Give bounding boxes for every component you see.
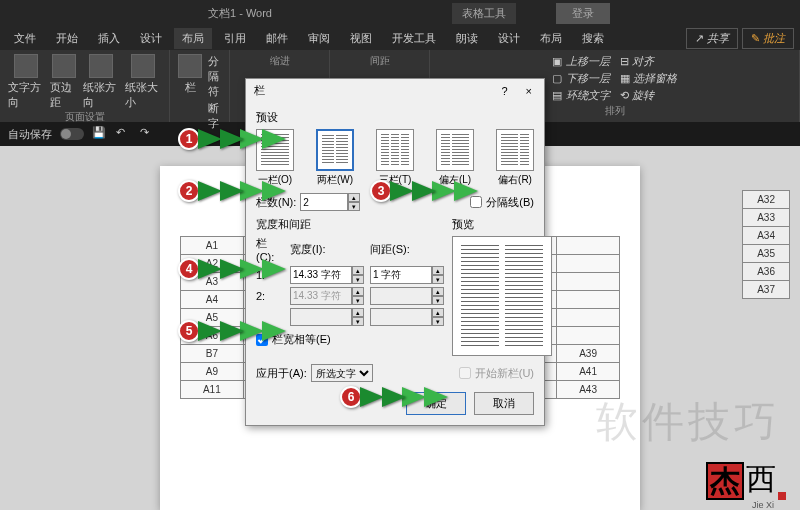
send-backward-button[interactable]: ▢ 下移一层 [552,71,609,86]
cancel-button[interactable]: 取消 [474,392,534,415]
tab-table-layout[interactable]: 布局 [532,28,570,49]
dialog-title: 栏 [254,83,265,98]
preset-left[interactable]: 偏左(L) [436,129,474,187]
tab-developer[interactable]: 开发工具 [384,28,444,49]
annotation-5: 5 [178,320,244,342]
tab-references[interactable]: 引用 [216,28,254,49]
bring-forward-button[interactable]: ▣ 上移一层 [552,54,609,69]
group-page-setup: 页面设置 [65,110,105,124]
ribbon-tabs: 文件 开始 插入 设计 布局 引用 邮件 审阅 视图 开发工具 朗读 设计 布局… [0,26,800,50]
tab-design[interactable]: 设计 [132,28,170,49]
autosave-toggle[interactable] [60,128,84,140]
width-spacing-label: 宽度和间距 [256,217,444,232]
group-spacing: 间距 [370,54,390,68]
tab-home[interactable]: 开始 [48,28,86,49]
selection-pane-button[interactable]: ▦ 选择窗格 [620,71,677,86]
num-columns-spinner[interactable]: ▴▾ [300,193,360,211]
hyphenation-button[interactable]: 断字 [208,101,221,131]
preview-label: 预览 [452,217,552,232]
tab-review[interactable]: 审阅 [300,28,338,49]
preset-right[interactable]: 偏右(R) [496,129,534,187]
presets-row: 一栏(O) 两栏(W) 三栏(T) 偏左(L) 偏右(R) [256,129,534,187]
preset-two[interactable]: 两栏(W) [316,129,354,187]
redo-icon[interactable]: ↷ [140,126,156,142]
group-indent: 缩进 [270,54,290,68]
align-button[interactable]: ⊟ 对齐 [620,54,677,69]
table-right-column: A32 A33 A34 A35 A36 A37 [742,190,790,299]
orientation-button[interactable]: 纸张方向 [83,54,119,110]
tab-search[interactable]: 搜索 [574,28,612,49]
paper-size-button[interactable]: 纸张大小 [125,54,161,110]
dialog-titlebar[interactable]: 栏 ? × [246,79,544,102]
col1-spacing-input[interactable] [370,266,432,284]
tab-read-aloud[interactable]: 朗读 [448,28,486,49]
group-arrange: 排列 [605,104,625,118]
spin-down-icon[interactable]: ▾ [348,202,360,211]
tab-insert[interactable]: 插入 [90,28,128,49]
spacing-header: 间距(S): [370,242,444,257]
title-bar: 文档1 - Word 表格工具 登录 [0,0,800,26]
num-columns-input[interactable] [300,193,348,211]
preset-three[interactable]: 三栏(T) [376,129,414,187]
logo: 杰 西 [706,459,786,500]
logo-subtitle: Jie Xi [752,500,774,510]
document-title: 文档1 - Word [208,6,272,21]
save-icon[interactable]: 💾 [92,126,108,142]
wrap-text-button[interactable]: ▤ 环绕文字 [552,88,609,103]
col2-width-input [290,287,352,305]
login-button[interactable]: 登录 [556,3,610,24]
undo-icon[interactable]: ↶ [116,126,132,142]
annotation-3: 3 [370,180,436,202]
apply-to-select[interactable]: 所选文字 [311,364,373,382]
annotation-4: 4 [178,258,244,280]
text-direction-button[interactable]: 文字方向 [8,54,44,110]
rotate-button[interactable]: ⟲ 旋转 [620,88,677,103]
columns-dialog: 栏 ? × 预设 一栏(O) 两栏(W) 三栏(T) 偏左(L) 偏右(R) 栏… [245,78,545,426]
tab-layout[interactable]: 布局 [174,28,212,49]
presets-label: 预设 [256,110,534,125]
tab-mailings[interactable]: 邮件 [258,28,296,49]
preview-box [452,236,552,356]
width-header: 宽度(I): [290,242,364,257]
watermark: 软件技巧 [596,394,780,450]
columns-button[interactable]: 栏 [178,54,202,95]
help-icon[interactable]: ? [497,85,511,97]
tab-file[interactable]: 文件 [6,28,44,49]
start-new-column-checkbox: 开始新栏(U) [459,366,534,381]
spin-up-icon[interactable]: ▴ [348,193,360,202]
comments-button[interactable]: ✎ 批注 [742,28,794,49]
margins-button[interactable]: 页边距 [50,54,77,110]
annotation-6: 6 [340,386,406,408]
close-icon[interactable]: × [522,85,536,97]
annotation-1: 1 [178,128,244,150]
breaks-button[interactable]: 分隔符 [208,54,221,99]
col2-spacing-input [370,287,432,305]
share-button[interactable]: ↗ 共享 [686,28,738,49]
autosave-label: 自动保存 [8,127,52,142]
tab-table-design[interactable]: 设计 [490,28,528,49]
table-tools-tab[interactable]: 表格工具 [452,3,516,24]
line-between-checkbox[interactable]: 分隔线(B) [470,195,534,210]
tab-view[interactable]: 视图 [342,28,380,49]
apply-to-label: 应用于(A): [256,366,307,381]
col1-width-input[interactable] [290,266,352,284]
annotation-2: 2 [178,180,244,202]
